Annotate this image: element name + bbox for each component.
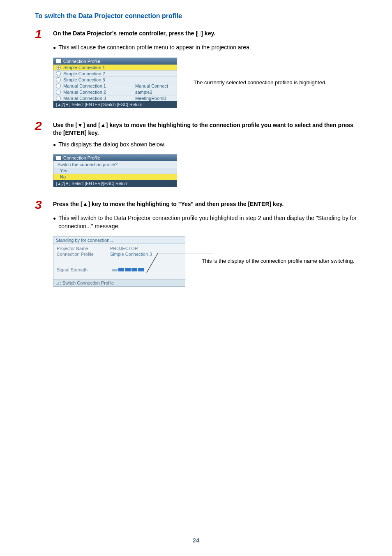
profile-row[interactable]: Simple Connection 3 [53,77,177,83]
bullet-text: This displays the dialog box shown below… [58,141,165,149]
step-2-bullet: ● This displays the dialog box shown bel… [53,141,357,149]
signal-label: Signal Strength [57,267,110,272]
step-1: 1 On the Data Projector's remote control… [35,28,357,40]
standby-dialog: Standing by for connection... Projector … [53,236,185,287]
bullet-icon: ● [53,141,56,148]
step-3: 3 Press the [▲] key to move the highligh… [35,199,357,211]
dialog-titlebar: Connection Profile [53,58,177,65]
standby-footer: □ : Switch Connection Profile [53,279,185,286]
signal-strength-icon [112,268,144,271]
step-number: 3 [35,199,53,211]
profile-extra: sample2 [135,90,174,95]
step-1-title: On the Data Projector's remote controlle… [53,30,357,38]
bullet-icon: ● [53,44,56,51]
section-heading: To switch the Data Projector connection … [35,12,357,20]
standby-key: Connection Profile [57,252,110,257]
standby-title: Standing by for connection... [53,237,185,244]
signal-row: Signal Strength [57,267,182,273]
confirm-no-row[interactable]: No [53,174,177,180]
step-number: 1 [35,28,53,40]
profile-row[interactable]: Simple Connection 1 [53,65,177,71]
profile-row[interactable]: Manual Connection 2 sample2 [53,89,177,95]
dialog-footer: [▲]/[▼]:Select [ENTER]/[ESC]:Return [53,180,177,187]
radio-icon [56,77,61,82]
dialog-titlebar: Connection Profile [53,155,177,161]
profile-row[interactable]: Manual Connection 1 Manual Connect [53,83,177,89]
bullet-text: This will switch to the Data Projector c… [58,214,357,230]
profile-label: Manual Connection 1 [63,83,135,88]
dialog-title: Connection Profile [63,59,100,64]
connection-icon [56,155,62,160]
confirm-yes-row[interactable]: Yes [53,168,177,174]
profile-label: Simple Connection 3 [63,77,135,82]
profile-row[interactable]: Manual Connection 3 MeetingRoomB [53,95,177,101]
standby-value: Simple Connection 3 [110,252,182,257]
confirm-dialog: Connection Profile Switch the connection… [53,154,177,187]
standby-key: Projector Name [57,246,110,251]
profile-label: Simple Connection 2 [63,71,135,76]
profile-label: Manual Connection 2 [63,90,135,95]
figure-1-caption: The currently selected connection profil… [194,79,327,86]
standby-row: Connection Profile Simple Connection 3 [57,251,182,257]
profile-label: Manual Connection 3 [63,96,135,101]
connection-profile-dialog: Connection Profile Simple Connection 1 S… [53,58,177,108]
standby-row: Projector Name PROJECTOR [57,246,182,251]
dialog-title: Connection Profile [63,155,100,160]
profile-label: Simple Connection 1 [63,65,135,70]
connection-icon [56,59,62,64]
standby-value: PROJECTOR [110,246,182,251]
step-1-bullet: ● This will cause the connection profile… [53,44,357,52]
step-number: 2 [35,120,53,132]
confirm-question: Switch the connection profile? [53,161,177,168]
radio-icon [56,65,61,70]
step-3-bullet: ● This will switch to the Data Projector… [53,214,357,230]
radio-icon [56,83,61,88]
profile-list: Simple Connection 1 Simple Connection 2 … [53,65,177,101]
bullet-icon: ● [53,215,56,222]
step-2: 2 Use the [▼] and [▲] keys to move the h… [35,120,357,137]
radio-icon [56,71,61,76]
profile-row[interactable]: Simple Connection 2 [53,71,177,77]
bullet-text: This will cause the connection profile m… [58,44,251,52]
radio-icon [56,90,61,95]
profile-extra: Manual Connect [135,83,174,88]
radio-icon [56,96,61,101]
dialog-footer: [▲]/[▼]:Select [ENTER]:Switch [ESC]:Retu… [53,101,177,108]
step-3-title: Press the [▲] key to move the highlighti… [53,200,357,208]
figure-3-caption: This is the display of the connection pr… [202,257,354,265]
step-2-title: Use the [▼] and [▲] keys to move the hig… [53,121,357,137]
profile-extra: MeetingRoomB [135,96,174,101]
page-number: 24 [0,537,392,544]
